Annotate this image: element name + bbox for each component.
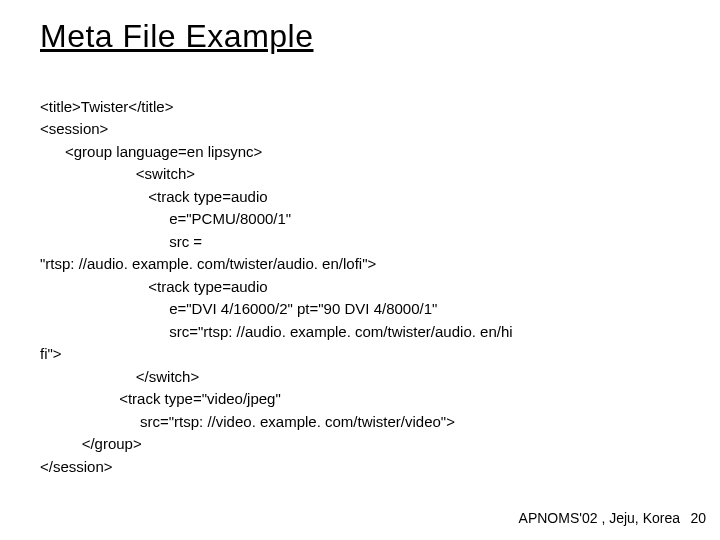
code-line: </group> <box>40 435 142 452</box>
footer-text: APNOMS'02 , Jeju, Korea <box>519 510 680 526</box>
code-line: src = <box>40 233 202 250</box>
code-line: <session> <box>40 120 108 137</box>
code-line: <track type=audio <box>40 188 268 205</box>
code-line: fi"> <box>40 345 62 362</box>
slide: Meta File Example <title>Twister</title>… <box>0 0 720 540</box>
code-line: src="rtsp: //audio. example. com/twister… <box>40 323 513 340</box>
page-number: 20 <box>690 510 706 526</box>
code-line: <group language=en lipsync> <box>40 143 262 160</box>
code-line: <track type=audio <box>40 278 268 295</box>
code-line: </session> <box>40 458 113 475</box>
code-line: <switch> <box>40 165 195 182</box>
code-line: <track type="video/jpeg" <box>40 390 281 407</box>
code-line: e="PCMU/8000/1" <box>40 210 291 227</box>
code-line: </switch> <box>40 368 199 385</box>
page-title: Meta File Example <box>40 18 680 55</box>
code-line: <title>Twister</title> <box>40 98 173 115</box>
code-line: e="DVI 4/16000/2" pt="90 DVI 4/8000/1" <box>40 300 437 317</box>
code-block: <title>Twister</title> <session> <group … <box>40 73 680 478</box>
code-line: "rtsp: //audio. example. com/twister/aud… <box>40 255 376 272</box>
code-line: src="rtsp: //video. example. com/twister… <box>40 413 455 430</box>
